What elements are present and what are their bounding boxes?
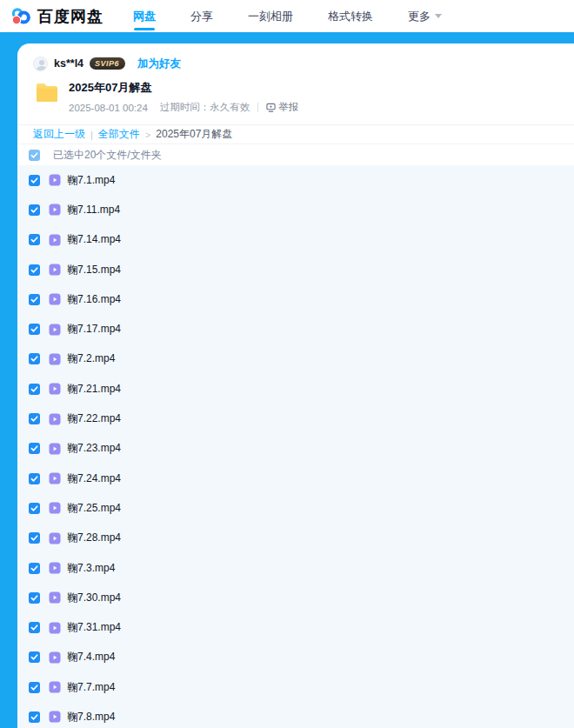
- file-name: 鞠7.8.mp4: [67, 710, 115, 725]
- file-checkbox[interactable]: [29, 711, 40, 723]
- nav-tab-netdisk[interactable]: 网盘: [133, 0, 156, 32]
- file-name: 鞠7.4.mp4: [67, 650, 115, 665]
- file-checkbox[interactable]: [29, 294, 40, 305]
- file-row[interactable]: 鞠7.7.mp4: [17, 672, 574, 702]
- file-row[interactable]: 鞠7.31.mp4: [17, 612, 574, 642]
- file-name: 鞠7.16.mp4: [67, 292, 121, 307]
- file-name: 鞠7.17.mp4: [67, 322, 121, 337]
- file-row[interactable]: 鞠7.25.mp4: [17, 493, 574, 523]
- file-checkbox[interactable]: [29, 443, 40, 454]
- video-file-icon: [49, 711, 61, 723]
- file-row[interactable]: 鞠7.4.mp4: [17, 643, 574, 672]
- file-checkbox[interactable]: [29, 592, 40, 604]
- file-row[interactable]: 鞠7.28.mp4: [17, 524, 574, 553]
- file-name: 鞠7.30.mp4: [67, 591, 121, 605]
- share-text-block: 2025年07月解盘 2025-08-01 00:24 过期时间：永久有效 举报: [69, 80, 298, 114]
- file-checkbox[interactable]: [29, 175, 40, 186]
- file-row[interactable]: 鞠7.1.mp4: [17, 165, 574, 195]
- video-file-icon: [49, 324, 61, 336]
- nav-tab-more[interactable]: 更多: [408, 0, 442, 32]
- file-checkbox[interactable]: [29, 503, 40, 514]
- file-row[interactable]: 鞠7.23.mp4: [17, 434, 574, 464]
- file-checkbox[interactable]: [29, 622, 40, 633]
- baidu-netdisk-logo[interactable]: 百度网盘: [10, 6, 103, 27]
- nav-tab-album[interactable]: 一刻相册: [248, 0, 293, 32]
- share-content-card: ks**l4 SVIP6 加为好友 2025年07月解盘 2025-08-01: [17, 43, 574, 728]
- file-checkbox[interactable]: [29, 473, 40, 484]
- logo-text: 百度网盘: [37, 6, 103, 27]
- add-friend-link[interactable]: 加为好友: [137, 57, 181, 71]
- video-file-icon: [49, 591, 61, 604]
- nav-tab-format-convert[interactable]: 格式转换: [328, 0, 373, 32]
- breadcrumb-separator: |: [90, 130, 93, 140]
- sharer-username: ks**l4: [54, 57, 83, 70]
- check-icon: [30, 713, 38, 721]
- selection-summary-label: 已选中20个文件/文件夹: [53, 148, 162, 163]
- nav-tab-share[interactable]: 分享: [190, 0, 213, 32]
- file-checkbox[interactable]: [29, 353, 40, 364]
- file-checkbox[interactable]: [29, 264, 40, 276]
- select-all-checkbox[interactable]: [29, 150, 40, 161]
- file-row[interactable]: 鞠7.22.mp4: [17, 404, 574, 433]
- check-icon: [30, 355, 38, 363]
- video-file-icon: [49, 264, 61, 276]
- file-name: 鞠7.22.mp4: [67, 411, 121, 426]
- baidu-netdisk-logo-icon: [10, 6, 31, 27]
- file-name: 鞠7.15.mp4: [67, 263, 121, 277]
- video-file-icon: [49, 174, 61, 186]
- share-expire: 过期时间：永久有效: [160, 101, 250, 114]
- video-file-icon: [49, 413, 61, 425]
- file-checkbox[interactable]: [29, 324, 40, 335]
- file-row[interactable]: 鞠7.11.mp4: [17, 195, 574, 224]
- chevron-down-icon: [435, 14, 442, 18]
- meta-separator: [257, 103, 258, 112]
- video-file-icon: [49, 204, 61, 216]
- file-name: 鞠7.11.mp4: [67, 203, 120, 217]
- check-icon: [30, 624, 38, 631]
- breadcrumb-current-folder: 2025年07月解盘: [156, 127, 232, 142]
- file-checkbox[interactable]: [29, 204, 40, 216]
- file-checkbox[interactable]: [29, 682, 40, 693]
- check-icon: [30, 296, 38, 304]
- check-icon: [30, 534, 38, 542]
- file-checkbox[interactable]: [29, 532, 40, 544]
- file-checkbox[interactable]: [29, 563, 40, 574]
- file-row[interactable]: 鞠7.16.mp4: [17, 284, 574, 314]
- file-name: 鞠7.25.mp4: [67, 501, 121, 516]
- breadcrumb: 返回上一级 | 全部文件 > 2025年07月解盘: [17, 125, 574, 144]
- file-row[interactable]: 鞠7.14.mp4: [17, 225, 574, 255]
- file-row[interactable]: 鞠7.30.mp4: [17, 583, 574, 612]
- check-icon: [30, 385, 38, 393]
- file-row[interactable]: 鞠7.3.mp4: [17, 553, 574, 583]
- file-checkbox[interactable]: [29, 384, 40, 395]
- file-row[interactable]: 鞠7.21.mp4: [17, 374, 574, 404]
- check-icon: [30, 151, 38, 159]
- check-icon: [30, 325, 38, 333]
- sharer-info-row: ks**l4 SVIP6 加为好友: [17, 43, 574, 71]
- file-row[interactable]: 鞠7.2.mp4: [17, 344, 574, 374]
- video-file-icon: [49, 353, 61, 365]
- file-checkbox[interactable]: [29, 234, 40, 245]
- report-link[interactable]: 举报: [266, 101, 298, 114]
- share-time: 2025-08-01 00:24: [69, 103, 148, 113]
- file-row[interactable]: 鞠7.8.mp4: [17, 702, 574, 728]
- file-checkbox[interactable]: [29, 413, 40, 424]
- file-row[interactable]: 鞠7.15.mp4: [17, 255, 574, 284]
- check-icon: [30, 504, 38, 512]
- file-row[interactable]: 鞠7.24.mp4: [17, 464, 574, 493]
- share-title: 2025年07月解盘: [69, 80, 298, 96]
- blue-page-background: ks**l4 SVIP6 加为好友 2025年07月解盘 2025-08-01: [0, 32, 574, 728]
- video-file-icon: [49, 472, 61, 484]
- share-meta: 2025-08-01 00:24 过期时间：永久有效 举报: [69, 101, 298, 114]
- breadcrumb-back-link[interactable]: 返回上一级: [33, 127, 85, 142]
- breadcrumb-all-files-link[interactable]: 全部文件: [98, 127, 140, 142]
- svip-badge: SVIP6: [90, 57, 125, 70]
- check-icon: [30, 594, 38, 602]
- file-checkbox[interactable]: [29, 651, 40, 663]
- file-row[interactable]: 鞠7.17.mp4: [17, 314, 574, 344]
- selection-summary-row: 已选中20个文件/文件夹: [17, 144, 574, 165]
- check-icon: [30, 684, 38, 691]
- file-name: 鞠7.7.mp4: [67, 680, 115, 695]
- video-file-icon: [49, 681, 61, 693]
- breadcrumb-chevron: >: [145, 130, 150, 140]
